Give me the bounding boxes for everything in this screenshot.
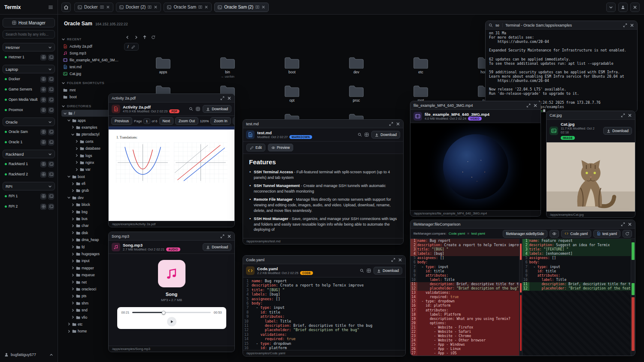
split-tab-icon[interactable] [198,5,202,9]
folder-opt[interactable]: opt [260,85,324,113]
search-icon[interactable] [489,23,493,27]
window-header[interactable]: fileManager:fileComparison [410,220,635,229]
diff-minimap[interactable] [631,239,635,356]
preview-button[interactable]: Preview [268,144,293,151]
terminal-search-value[interactable]: se [495,23,503,27]
host-group-rpi[interactable]: RPI [3,182,55,190]
host-hetzner-1[interactable]: Hetzner 1 [3,53,55,62]
host-oracle-1[interactable]: Oracle 1 [3,138,55,147]
close-icon[interactable] [398,258,402,262]
maximize-icon[interactable] [220,96,225,100]
close-icon[interactable] [227,234,231,238]
window-header[interactable]: Code.yaml [243,256,405,264]
open-file-manager-button[interactable] [40,161,46,167]
markdown-preview[interactable]: Features SSH Terminal Access - Full-feat… [243,154,403,238]
host-racknerd-1[interactable]: RackNerd 1 [3,160,55,169]
host-oracle-sam[interactable]: Oracle Sam [3,127,55,136]
host-group-oracle[interactable]: Oracle [3,118,55,126]
folder-dev[interactable]: dev [324,57,389,85]
folder-etc[interactable]: etc [389,57,453,85]
host-rpi-1[interactable]: RPI 1 [3,192,55,201]
recent-file-song-mp3[interactable]: Song.mp3 [61,50,122,57]
close-icon[interactable] [396,122,400,126]
up-button[interactable] [141,34,148,41]
open-file-manager-button[interactable] [40,204,46,210]
folder-proc[interactable]: proc [324,85,389,113]
close-icon[interactable] [628,113,632,118]
window-header[interactable]: file_example_MP4_640_3MG.mp4 [410,101,541,110]
path-bar[interactable]: / [124,43,139,51]
close-tab-icon[interactable] [106,5,110,9]
image-view[interactable] [547,142,635,211]
folder-apps[interactable]: apps [131,57,195,85]
host-rpi-2[interactable]: RPI 2 [3,202,55,211]
close-icon[interactable] [630,23,634,27]
menu-icon[interactable] [48,5,53,10]
next-page-button[interactable]: Next [159,117,173,125]
seek-thumb[interactable] [162,311,166,314]
host-docker[interactable]: Docker [3,75,55,84]
home-tab-button[interactable] [61,3,71,12]
open-terminal-button[interactable] [48,76,54,82]
maximize-icon[interactable] [220,234,225,238]
tab-docker-2[interactable]: Docker (2) [116,3,161,12]
close-icon[interactable] [533,103,538,108]
open-file-manager-button[interactable] [40,76,46,82]
maximize-icon[interactable] [621,222,625,226]
open-terminal-button[interactable] [48,54,54,60]
tab-oracle-sam[interactable]: Oracle Sam [164,3,212,12]
zoom-in-button[interactable]: Zoom In [210,117,231,125]
right-file-button[interactable]: test.yaml [593,230,620,238]
toggle-view-button[interactable] [550,230,559,238]
open-terminal-button[interactable] [48,204,54,210]
previous-page-button[interactable]: Previous [111,117,132,125]
open-file-manager-button[interactable] [40,129,46,135]
close-tab-icon[interactable] [154,5,158,9]
profile-button[interactable] [618,3,628,12]
open-terminal-button[interactable] [48,87,54,93]
tab-docker[interactable]: Docker [74,3,113,12]
terminal-output[interactable]: on 31 MaFor more details see: https://ub… [486,30,637,112]
close-button[interactable] [630,3,640,12]
open-terminal-button[interactable] [48,129,54,135]
open-panel-icon[interactable] [196,107,200,111]
back-button[interactable] [124,34,131,41]
open-file-manager-button[interactable] [40,193,46,199]
shortcuts-section-header[interactable]: FOLDER SHORTCUTS [61,79,122,87]
open-file-manager-button[interactable] [40,139,46,145]
host-game-servers[interactable]: Game Servers [3,85,55,94]
window-header[interactable]: Cat.jpg [547,111,635,120]
seek-slider[interactable] [132,312,210,313]
download-button[interactable]: Download [374,267,402,275]
host-proxmox[interactable]: Proxmox [3,106,55,115]
open-file-manager-button[interactable] [40,97,46,103]
edit-path-icon[interactable] [131,45,135,49]
download-button[interactable]: Download [203,105,231,113]
maximize-icon[interactable] [391,258,395,262]
open-file-manager-button[interactable] [40,87,46,93]
close-icon[interactable] [628,222,632,226]
folder-bin[interactable]: bin→ usr/bin [195,57,260,85]
split-tab-icon[interactable] [255,5,259,9]
tab-oracle-sam-2[interactable]: Oracle Sam (2) [214,3,269,12]
side-by-side-button[interactable]: fileManager.sideBySide [503,230,548,238]
open-panel-icon[interactable] [365,133,369,137]
recent-file-test-md[interactable]: test.md [61,63,122,70]
diff-left-pane[interactable]: 1name: Bug report2description: Create a … [410,239,519,356]
maximize-icon[interactable] [621,113,625,118]
chevron-up-icon[interactable] [49,353,53,357]
folder-boot[interactable]: boot [260,57,324,85]
search-icon[interactable] [360,268,364,273]
host-group-racknerd[interactable]: RackNerd [3,150,55,158]
left-file-button[interactable]: Code.yaml [561,230,591,238]
host-search-input[interactable] [3,30,55,39]
host-open-media-vault[interactable]: Open Media Vault [3,95,55,104]
shortcut-mnt[interactable]: mnt [61,87,122,94]
host-group-hetzner[interactable]: Hetzner [3,43,55,51]
open-terminal-button[interactable] [48,139,54,145]
forward-button[interactable] [133,34,140,41]
diff-scrollbar[interactable] [519,239,522,356]
zoom-out-button[interactable]: Zoom Out [175,117,198,125]
open-terminal-button[interactable] [48,193,54,199]
host-racknerd-2[interactable]: RackNerd 2 [3,170,55,179]
